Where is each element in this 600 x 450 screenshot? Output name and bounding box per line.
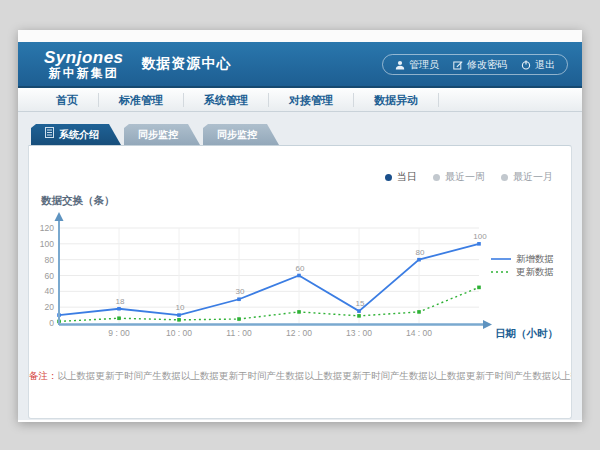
svg-text:100: 100	[473, 232, 487, 241]
main-nav: 首页 标准管理 系统管理 对接管理 数据异动	[18, 88, 582, 112]
radio-last-week-label: 最近一周	[445, 170, 485, 184]
svg-text:120: 120	[40, 223, 54, 233]
radio-today-label: 当日	[397, 170, 417, 184]
svg-text:30: 30	[236, 287, 245, 296]
document-icon	[45, 124, 54, 145]
tab-sync-monitor-2[interactable]: 同步监控	[203, 124, 279, 145]
page-title: 数据资源中心	[142, 55, 232, 73]
svg-text:18: 18	[116, 297, 125, 306]
svg-text:60: 60	[45, 271, 55, 281]
footnote: 备注：以上数据更新于时间产生数据以上数据更新于时间产生数据以上数据更新于时间产生…	[29, 370, 571, 383]
svg-text:9 : 00: 9 : 00	[108, 328, 130, 338]
user-icon	[395, 60, 405, 70]
svg-text:15: 15	[356, 299, 365, 308]
svg-text:0: 0	[49, 318, 54, 328]
svg-text:80: 80	[416, 248, 425, 257]
svg-text:40: 40	[45, 286, 55, 296]
radio-dot	[501, 174, 508, 181]
svg-text:10 : 00: 10 : 00	[166, 328, 192, 338]
radio-last-month-label: 最近一月	[513, 170, 553, 184]
svg-text:日期（小时）: 日期（小时）	[495, 327, 558, 340]
power-icon	[521, 60, 531, 70]
app-header: Synjones 新中新集团 数据资源中心 管理员 修改密码 退出	[18, 42, 582, 88]
svg-text:新增数据: 新增数据	[516, 253, 554, 264]
footnote-prefix: 备注：	[29, 370, 58, 381]
time-range-selector: 当日 最近一周 最近一月	[385, 170, 553, 184]
nav-item-standards[interactable]: 标准管理	[99, 93, 184, 107]
radio-dot	[433, 174, 440, 181]
svg-text:12 : 00: 12 : 00	[286, 328, 312, 338]
logout-label: 退出	[535, 58, 555, 72]
logo-brand-text: Synjones	[44, 49, 124, 67]
svg-text:14 : 00: 14 : 00	[406, 328, 432, 338]
change-password-label: 修改密码	[467, 58, 507, 72]
nav-item-system[interactable]: 系统管理	[184, 93, 269, 107]
user-account-button[interactable]: 管理员	[395, 58, 439, 72]
data-exchange-line-chart: 0204060801001209 : 0010 : 0011 : 0012 : …	[33, 210, 569, 364]
logout-button[interactable]: 退出	[521, 58, 555, 72]
line-chart-svg: 0204060801001209 : 0010 : 0011 : 0012 : …	[33, 210, 569, 360]
tab-label: 同步监控	[138, 124, 178, 145]
svg-text:更新数据: 更新数据	[516, 266, 554, 277]
logo-company-name: 新中新集团	[44, 67, 124, 80]
radio-dot-selected	[385, 174, 392, 181]
tab-strip: 系统介绍 同步监控 同步监控	[28, 124, 572, 145]
user-account-label: 管理员	[409, 58, 439, 72]
tab-sync-monitor-1[interactable]: 同步监控	[124, 124, 200, 145]
footnote-text: 以上数据更新于时间产生数据以上数据更新于时间产生数据以上数据更新于时间产生数据以…	[58, 370, 572, 381]
page-top-strip	[18, 30, 582, 42]
change-password-button[interactable]: 修改密码	[453, 58, 507, 72]
svg-text:13 : 00: 13 : 00	[346, 328, 372, 338]
app-window: Synjones 新中新集团 数据资源中心 管理员 修改密码 退出	[18, 30, 582, 422]
y-axis-title: 数据交换（条）	[41, 194, 115, 208]
chart-panel: 当日 最近一周 最近一月 数据交换（条） 0204060801001209 : …	[28, 145, 572, 419]
svg-text:80: 80	[45, 255, 55, 265]
svg-text:11 : 00: 11 : 00	[226, 328, 252, 338]
svg-text:100: 100	[40, 239, 54, 249]
svg-text:60: 60	[296, 264, 305, 273]
nav-item-changes[interactable]: 数据异动	[354, 93, 439, 107]
radio-last-week[interactable]: 最近一周	[433, 170, 485, 184]
content-area: 系统介绍 同步监控 同步监控 当日 最近一周	[18, 112, 582, 420]
radio-last-month[interactable]: 最近一月	[501, 170, 553, 184]
user-menu: 管理员 修改密码 退出	[382, 54, 568, 75]
tab-label: 系统介绍	[59, 124, 99, 145]
nav-item-home[interactable]: 首页	[36, 93, 99, 107]
svg-text:10: 10	[176, 303, 185, 312]
radio-today[interactable]: 当日	[385, 170, 417, 184]
edit-icon	[453, 60, 463, 70]
company-logo: Synjones 新中新集团	[44, 49, 124, 79]
tab-system-intro[interactable]: 系统介绍	[31, 124, 121, 145]
tab-label: 同步监控	[217, 124, 257, 145]
nav-item-interface[interactable]: 对接管理	[269, 93, 354, 107]
svg-text:20: 20	[45, 302, 55, 312]
